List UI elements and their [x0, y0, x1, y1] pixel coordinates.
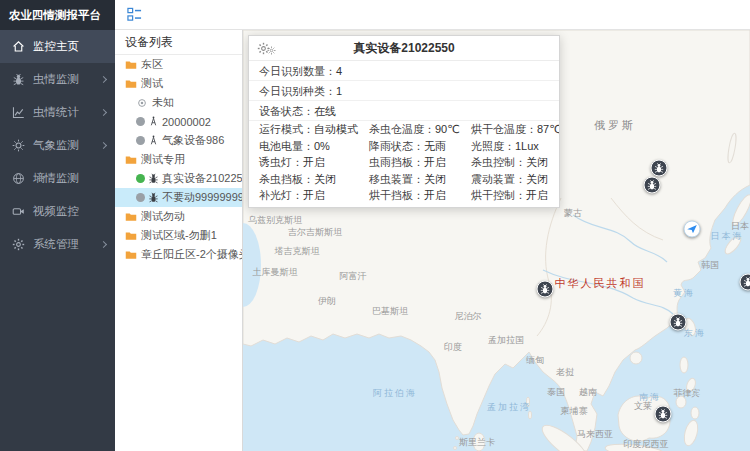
bug-icon — [673, 317, 684, 328]
status-cell: 震动装置：关闭 — [461, 171, 559, 188]
folder-icon — [125, 59, 137, 71]
tree-label: 真实设备21022550 — [162, 171, 242, 186]
sidebar-item-soil-monitor[interactable]: 墒情监测 — [0, 162, 115, 195]
main-area: 设备列表 东区 测试 未知 — [115, 0, 750, 451]
tree-label: 不要动99999999 — [162, 190, 242, 205]
sidebar-item-label: 视频监控 — [33, 204, 79, 219]
bug-icon — [654, 163, 665, 174]
tree-device-weather986[interactable]: 气象设备986 — [115, 131, 242, 150]
home-icon — [12, 40, 25, 53]
status-cell: 光照度：1Lux — [461, 138, 559, 155]
bug-icon — [743, 277, 750, 288]
status-dot-offline — [136, 117, 145, 126]
popup-info-count: 今日识别数量：4 — [249, 61, 559, 81]
status-dot-offline — [136, 193, 145, 202]
tree-label: 测试区域-勿删1 — [141, 228, 217, 243]
folder-icon — [125, 78, 137, 90]
device-popup-header: 真实设备21022550 — [249, 36, 559, 61]
info-value: 1 — [336, 85, 342, 97]
insect-device-marker[interactable] — [644, 177, 661, 194]
folder-icon — [125, 154, 137, 166]
status-cell: 降雨状态：无雨 — [359, 138, 461, 155]
info-label: 设备状态： — [259, 105, 314, 117]
device-list-panel: 设备列表 东区 测试 未知 — [115, 30, 243, 451]
status-dot-offline — [136, 136, 145, 145]
info-value: 4 — [336, 65, 342, 77]
settings-gears-icon[interactable] — [257, 40, 283, 57]
device-list-title: 设备列表 — [115, 30, 242, 55]
tree-label: 气象设备986 — [162, 133, 224, 148]
status-cell: 杀虫挡板：关闭 — [249, 171, 359, 188]
sidebar-item-home[interactable]: 监控主页 — [0, 30, 115, 63]
sun-icon — [12, 139, 25, 152]
sidebar-item-label: 气象监测 — [33, 138, 79, 153]
insect-device-marker[interactable] — [651, 160, 668, 177]
tree-label: 未知 — [152, 95, 174, 110]
tree-folder-test-area[interactable]: 测试区域-勿删1 — [115, 226, 242, 245]
folder-icon — [125, 230, 137, 242]
app-root: 农业四情测报平台 监控主页 虫情监测 虫情统计 气象监测 — [0, 0, 750, 451]
status-cell: 烘干仓温度：87℃ — [461, 121, 559, 138]
org-tree-icon[interactable] — [127, 7, 142, 22]
tree-label: 20000002 — [162, 116, 211, 128]
tree-label: 章丘阳丘区-2个摄像头 — [141, 247, 242, 262]
status-cell: 杀虫控制：关闭 — [461, 154, 559, 171]
camera-icon — [687, 224, 698, 235]
sidebar-item-insect-stats[interactable]: 虫情统计 — [0, 96, 115, 129]
insect-device-marker[interactable] — [740, 274, 750, 291]
sidebar-item-label: 监控主页 — [33, 39, 79, 54]
folder-icon — [125, 211, 137, 223]
tree-folder-zhangqiu[interactable]: 章丘阳丘区-2个摄像头 — [115, 245, 242, 264]
folder-icon — [125, 249, 137, 261]
camera-marker[interactable] — [684, 221, 701, 238]
sidebar-item-system-admin[interactable]: 系统管理 — [0, 228, 115, 261]
bug-icon — [658, 409, 669, 420]
sidebar-item-weather-monitor[interactable]: 气象监测 — [0, 129, 115, 162]
popup-status-grid: 运行模式：自动模式 杀虫仓温度：90℃ 烘干仓温度：87℃ 电池电量：0% 降雨… — [249, 121, 559, 207]
sidebar-item-insect-monitor[interactable]: 虫情监测 — [0, 63, 115, 96]
tree-node-unknown[interactable]: 未知 — [115, 93, 242, 112]
status-cell: 烘干控制：开启 — [461, 187, 559, 204]
insect-device-marker[interactable] — [537, 281, 554, 298]
sidebar-item-video-monitor[interactable]: 视频监控 — [0, 195, 115, 228]
status-cell: 诱虫灯：开启 — [249, 154, 359, 171]
bug-icon — [12, 73, 25, 86]
video-camera-icon — [12, 205, 25, 218]
status-cell: 运行模式：自动模式 — [249, 121, 359, 138]
map[interactable]: 俄罗斯蒙古乌兹别克斯坦吉尔吉斯斯坦塔吉克斯坦土库曼斯坦阿富汗伊朗巴基斯坦尼泊尔印… — [243, 30, 750, 451]
station-icon — [148, 116, 159, 127]
gear-icon — [267, 46, 276, 55]
tree-folder-test-dedicated[interactable]: 测试专用 — [115, 150, 242, 169]
station-icon — [148, 135, 159, 146]
bug-icon — [647, 180, 658, 191]
status-cell: 烘干挡板：开启 — [359, 187, 461, 204]
status-cell: 移虫装置：关闭 — [359, 171, 461, 188]
tree-device-donottouch[interactable]: 不要动99999999 — [115, 188, 242, 207]
tree-device-real-21022550[interactable]: 真实设备21022550 — [115, 169, 242, 188]
globe-icon — [12, 172, 25, 185]
sidebar-item-label: 墒情监测 — [33, 171, 79, 186]
insect-device-marker[interactable] — [655, 406, 672, 423]
insect-device-marker[interactable] — [670, 314, 687, 331]
tree-label: 测试 — [141, 76, 163, 91]
tree-folder-test-nomove[interactable]: 测试勿动 — [115, 207, 242, 226]
sidebar-item-label: 虫情监测 — [33, 72, 79, 87]
tree-device-20000002[interactable]: 20000002 — [115, 112, 242, 131]
content: 设备列表 东区 测试 未知 — [115, 30, 750, 451]
status-cell: 虫雨挡板：开启 — [359, 154, 461, 171]
chevron-right-icon — [100, 241, 107, 248]
chevron-right-icon — [100, 76, 107, 83]
tree-label: 测试勿动 — [141, 209, 185, 224]
sidebar: 农业四情测报平台 监控主页 虫情监测 虫情统计 气象监测 — [0, 0, 115, 451]
popup-info-status: 设备状态：在线 — [249, 101, 559, 121]
tree-label: 东区 — [141, 57, 163, 72]
sidebar-menu: 监控主页 虫情监测 虫情统计 气象监测 墒情监测 — [0, 30, 115, 261]
app-title: 农业四情测报平台 — [0, 0, 115, 30]
pin-icon — [136, 97, 148, 109]
chart-icon — [12, 106, 25, 119]
status-cell: 杀虫仓温度：90℃ — [359, 121, 461, 138]
sidebar-item-label: 系统管理 — [33, 237, 79, 252]
device-popup-title: 真实设备21022550 — [353, 40, 454, 57]
tree-folder-east[interactable]: 东区 — [115, 55, 242, 74]
tree-folder-test[interactable]: 测试 — [115, 74, 242, 93]
